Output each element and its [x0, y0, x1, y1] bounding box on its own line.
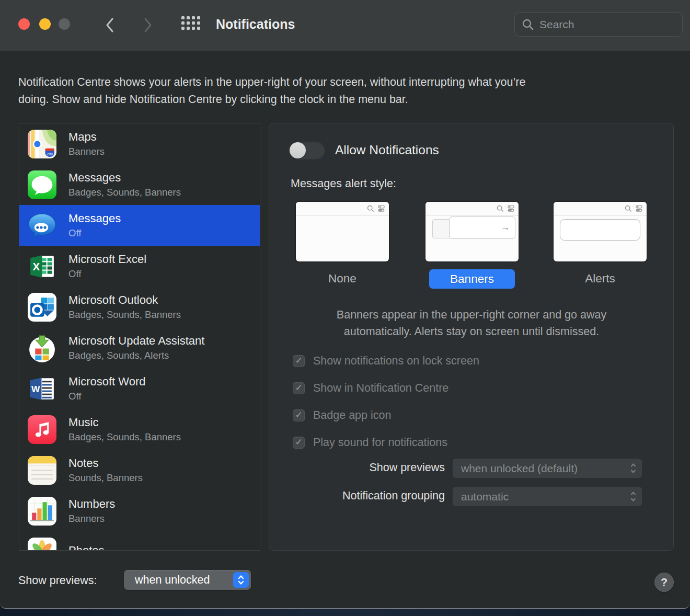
search-input[interactable] — [539, 18, 665, 31]
sidebar-item[interactable]: XMicrosoft ExcelOff — [19, 246, 260, 287]
option-label: Show in Notification Centre — [313, 382, 448, 395]
sidebar-item[interactable]: MusicBadges, Sounds, Banners — [19, 409, 260, 450]
page-title: Notifications — [216, 17, 295, 32]
outlook-app-icon — [27, 292, 57, 322]
forward-button[interactable] — [139, 16, 157, 35]
sidebar-item[interactable]: Photos — [19, 531, 260, 551]
checkmark-icon: ✓ — [295, 438, 302, 447]
sidebar-item[interactable]: Microsoft Update AssistantBadges, Sounds… — [19, 327, 260, 368]
app-name: Microsoft Excel — [68, 253, 146, 266]
app-name: Messages — [68, 171, 181, 185]
updown-chevrons-icon — [630, 463, 637, 476]
alert-style-description: Banners appear in the upper-right corner… — [289, 306, 654, 340]
app-name: Music — [68, 416, 181, 429]
alert-style-banners-thumbnail[interactable]: → — [426, 202, 519, 261]
mini-window-toolbar — [426, 202, 519, 215]
back-button[interactable] — [100, 16, 119, 35]
app-name: Messages — [68, 212, 121, 225]
sidebar-item[interactable]: MessagesBadges, Sounds, Banners — [19, 164, 260, 205]
sidebar-item[interactable]: 280MapsBanners — [19, 123, 260, 164]
svg-text:280: 280 — [47, 151, 53, 156]
ms-update-app-icon — [27, 333, 57, 363]
help-button[interactable]: ? — [654, 573, 674, 592]
photos-app-icon — [27, 537, 57, 551]
checkbox[interactable]: ✓ — [293, 409, 305, 421]
mini-controls-icon — [636, 205, 642, 212]
search-icon — [522, 18, 534, 31]
messages-blue-app-icon — [27, 211, 57, 241]
svg-text:X: X — [33, 260, 40, 272]
mini-search-icon — [497, 205, 504, 212]
mini-controls-icon — [508, 205, 514, 212]
app-notification-detail: Off — [68, 227, 121, 239]
show-previews-label: Show previews — [288, 461, 445, 474]
mini-search-icon — [625, 205, 632, 212]
allow-notifications-toggle[interactable] — [288, 141, 326, 160]
checkmark-icon: ✓ — [295, 410, 302, 419]
alert-style-alerts-label[interactable]: Alerts — [554, 272, 647, 286]
app-notification-detail: Badges, Sounds, Alerts — [68, 350, 204, 361]
option-row: ✓Badge app icon — [293, 402, 479, 429]
option-row: ✓Show notifications on lock screen — [293, 347, 479, 374]
notification-options: ✓Show notifications on lock screen✓Show … — [293, 347, 479, 456]
app-notification-detail: Sounds, Banners — [68, 472, 143, 484]
app-notification-detail: Badges, Sounds, Banners — [68, 187, 181, 198]
sidebar-item[interactable]: NotesSounds, Banners — [19, 450, 260, 490]
checkmark-icon: ✓ — [295, 383, 302, 392]
word-app-icon: W — [27, 374, 57, 404]
alert-style-none-label[interactable]: None — [296, 272, 389, 286]
option-row: ✓Show in Notification Centre — [293, 374, 479, 402]
sidebar-item[interactable]: WMicrosoft WordOff — [19, 368, 260, 409]
messages-green-app-icon — [27, 170, 57, 200]
svg-text:W: W — [31, 383, 40, 394]
app-notification-detail: Off — [68, 391, 146, 402]
app-name: Numbers — [68, 497, 115, 511]
checkbox[interactable]: ✓ — [293, 382, 305, 394]
app-name: Photos — [68, 544, 105, 551]
app-notification-detail: Banners — [68, 146, 105, 157]
show-previews-select[interactable]: when unlocked (default) — [453, 459, 642, 478]
notification-centre-description: Notification Centre shows your alerts in… — [18, 74, 674, 108]
zoom-button[interactable] — [59, 18, 70, 30]
mini-controls-icon — [378, 205, 385, 212]
chevron-right-icon — [143, 17, 153, 33]
show-all-grid-icon[interactable] — [181, 16, 201, 31]
alert-style-label: Messages alert style: — [291, 177, 396, 190]
option-label: Show notifications on lock screen — [313, 355, 479, 368]
app-name: Microsoft Outlook — [68, 293, 181, 307]
notification-grouping-select[interactable]: automatic — [453, 487, 642, 506]
alert-style-alerts-thumbnail[interactable] — [554, 202, 647, 261]
option-label: Play sound for notifications — [313, 436, 447, 449]
checkmark-icon: ✓ — [295, 356, 302, 365]
notification-settings-panel: Allow Notifications Messages alert style… — [269, 123, 674, 551]
allow-notifications-label: Allow Notifications — [335, 143, 439, 157]
footer-show-previews-select[interactable]: when unlocked — [124, 570, 251, 590]
toggle-knob — [290, 142, 306, 158]
sidebar-item[interactable]: NumbersBanners — [19, 490, 260, 531]
sidebar-item[interactable]: MessagesOff — [19, 205, 260, 246]
app-name: Notes — [68, 457, 143, 470]
app-name: Microsoft Word — [68, 375, 146, 389]
checkbox[interactable]: ✓ — [293, 437, 305, 449]
checkbox[interactable]: ✓ — [293, 355, 305, 367]
option-label: Badge app icon — [313, 409, 391, 422]
app-notification-detail: Badges, Sounds, Banners — [68, 309, 181, 321]
mini-window-toolbar — [554, 202, 647, 215]
chevron-left-icon — [105, 17, 114, 33]
updown-chevrons-icon — [233, 572, 249, 588]
notes-app-icon — [27, 455, 57, 485]
titlebar: Notifications — [0, 0, 690, 51]
search-field[interactable] — [514, 12, 683, 37]
close-button[interactable] — [18, 18, 30, 30]
minimize-button[interactable] — [39, 18, 51, 30]
app-notification-detail: Banners — [68, 513, 115, 524]
alert-style-banners-label[interactable]: Banners — [429, 269, 515, 289]
mini-search-icon — [367, 205, 374, 212]
alert-style-none-thumbnail[interactable] — [296, 202, 389, 261]
banner-arrow-icon: → — [500, 222, 510, 233]
numbers-app-icon — [27, 496, 57, 526]
alert-dialog-shape — [560, 219, 640, 241]
sidebar-item[interactable]: Microsoft OutlookBadges, Sounds, Banners — [19, 287, 260, 327]
mini-window-toolbar — [296, 202, 389, 215]
footer-show-previews-value: when unlocked — [135, 574, 210, 587]
